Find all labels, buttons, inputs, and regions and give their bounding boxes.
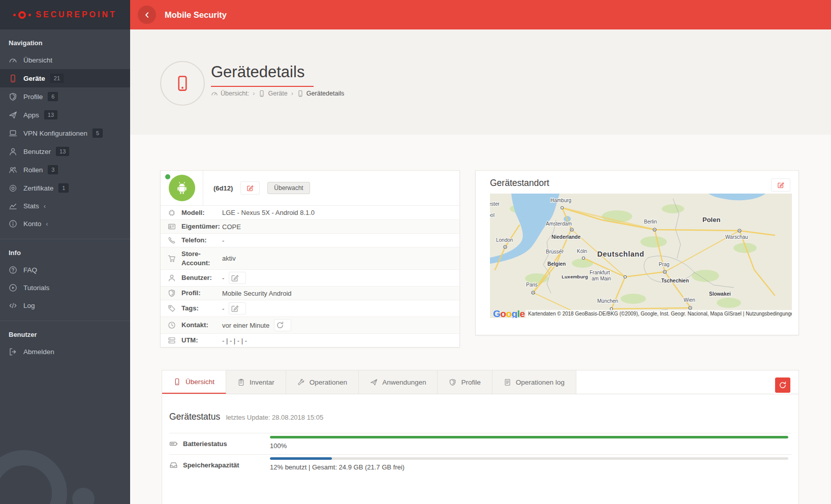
topbar: Mobile Security [130, 0, 831, 29]
device-row-utm: UTM: - | - | - | - [161, 333, 459, 347]
count-badge: 3 [48, 165, 58, 174]
sidebar-item-rollen[interactable]: Rollen 3 [0, 161, 130, 179]
map-label: Wien [684, 297, 695, 303]
question-icon [9, 266, 17, 274]
device-row-kontakt: Kontakt: vor einer Minute [161, 317, 459, 333]
sidebar-item-label: Zertifikate [23, 184, 53, 192]
device-row-eigentuemer: Eigentümer: COPE [161, 219, 459, 233]
tab-uebersicht[interactable]: Übersicht [162, 370, 226, 394]
shopping-cart-icon [168, 255, 176, 263]
edit-location-button[interactable] [771, 178, 790, 192]
sidebar-item-tutorials[interactable]: Tutorials [0, 279, 130, 297]
sidebar-item-label: Rollen [23, 166, 43, 174]
gauge-icon [9, 56, 17, 65]
map-label: am Main [592, 276, 611, 281]
tag-icon [168, 304, 176, 312]
user-icon [168, 274, 176, 282]
sidebar-item-label: Log [23, 302, 35, 309]
tab-anwendungen[interactable]: Anwendungen [359, 370, 438, 394]
refresh-icon [779, 381, 787, 389]
map-label: Hamburg [550, 198, 571, 203]
sidebar-item-abmelden[interactable]: Abmelden [0, 343, 130, 361]
edit-user-button[interactable] [229, 272, 246, 284]
map-label: pool [490, 212, 495, 218]
storage-icon [169, 461, 178, 469]
breadcrumb-geraete[interactable]: Geräte [258, 90, 287, 97]
back-button[interactable] [138, 6, 156, 24]
google-logo[interactable]: Google [493, 308, 525, 318]
count-badge: 13 [56, 147, 69, 156]
count-badge: 13 [44, 110, 57, 119]
sidebar-item-label: FAQ [23, 266, 37, 274]
breadcrumb-uebersicht[interactable]: Übersicht: [211, 90, 249, 97]
page-avatar-circle [160, 61, 205, 106]
refresh-status-button[interactable] [775, 377, 790, 393]
map-label: Luxemburg [562, 274, 588, 279]
edit-icon [231, 304, 239, 312]
phone-icon [258, 90, 265, 97]
edit-icon [777, 181, 784, 188]
map-label: Tschechien [661, 278, 689, 284]
chevron-collapsed-icon: ‹ [44, 202, 46, 210]
logout-icon [9, 348, 17, 356]
device-avatar [169, 175, 195, 201]
sidebar-item-vpn-konfigurationen[interactable]: VPN Konfigurationen 5 [0, 124, 130, 142]
count-badge: 1 [58, 183, 69, 193]
sidebar-item-faq[interactable]: FAQ [0, 261, 130, 279]
map-terms-link[interactable]: Nutzungsbedingungen [746, 311, 792, 317]
device-row-benutzer: Benutzer: - [161, 269, 459, 286]
sidebar-item-konto[interactable]: Konto ‹ [0, 215, 130, 233]
refresh-contact-button[interactable] [274, 319, 291, 331]
chevron-collapsed-icon: ‹ [46, 220, 48, 228]
sidebar-item-stats[interactable]: Stats ‹ [0, 197, 130, 215]
tab-inventar[interactable]: Inventar [226, 370, 286, 394]
sidebar-section-benutzer: Benutzer [0, 321, 130, 343]
tab-operationen-log[interactable]: Operationen log [493, 370, 576, 394]
watermark-ring-logo [0, 450, 67, 504]
brand-logo[interactable]: SECUREPOINT [0, 0, 130, 29]
sidebar-item-geraete[interactable]: Geräte 21 [0, 69, 130, 87]
map-label: Köln [577, 248, 587, 254]
sidebar-section-navigation: Navigation [0, 29, 130, 51]
sidebar-item-benutzer[interactable]: Benutzer 13 [0, 142, 130, 161]
sidebar-item-apps[interactable]: Apps 13 [0, 106, 130, 124]
edit-device-name-button[interactable] [240, 181, 260, 195]
document-icon [504, 379, 511, 386]
device-row-modell: Modell: LGE - Nexus 5X - Android 8.1.0 [161, 206, 459, 219]
main-panel: (6d12) Überwacht Modell: LGE - Nexus 5X … [130, 135, 831, 504]
tab-profile[interactable]: Profile [438, 370, 492, 394]
sidebar-item-uebersicht[interactable]: Übersicht [0, 51, 130, 69]
tab-operationen[interactable]: Operationen [286, 370, 359, 394]
server-icon [168, 336, 176, 344]
sidebar-item-log[interactable]: Log [0, 297, 130, 314]
sidebar-item-label: Benutzer [23, 148, 51, 155]
sidebar-item-profile[interactable]: Profile 6 [0, 87, 130, 106]
page-title: Gerätedetails [211, 63, 314, 87]
topbar-title: Mobile Security [165, 10, 227, 20]
sidebar-item-label: Stats [23, 202, 39, 210]
sidebar-item-label: Übersicht [23, 56, 52, 64]
breadcrumb: Übersicht: › Geräte › Gerätedetails [211, 90, 344, 97]
paper-plane-icon [370, 379, 378, 386]
tab-content-uebersicht: Gerätestatus letztes Update: 28.08.2018 … [162, 394, 798, 476]
shield-icon [449, 379, 456, 386]
device-name: (6d12) [213, 184, 233, 192]
sidebar-item-label: Konto [23, 220, 41, 228]
edit-tags-button[interactable] [229, 302, 246, 314]
map-label: Brüssel [546, 249, 563, 255]
users-icon [9, 166, 17, 174]
count-badge: 6 [48, 92, 58, 101]
status-title: Gerätestatus [169, 412, 220, 422]
wrench-icon [297, 379, 305, 386]
chip-icon [168, 209, 176, 217]
device-info-card: (6d12) Überwacht Modell: LGE - Nexus 5X … [160, 170, 460, 348]
google-map[interactable]: chester pool Hamburg Berlin Polen Amster… [490, 194, 792, 318]
map-card-title: Gerätestandort [490, 178, 549, 188]
supervision-status-badge: Überwacht [267, 182, 310, 194]
map-label: Belgien [547, 261, 566, 267]
online-status-dot [165, 174, 170, 179]
map-label: Amsterdam [546, 221, 572, 227]
sidebar-item-zertifikate[interactable]: Zertifikate 1 [0, 179, 130, 197]
sidebar-item-label: VPN Konfigurationen [23, 130, 87, 137]
device-location-card: Gerätestandort [475, 170, 799, 335]
